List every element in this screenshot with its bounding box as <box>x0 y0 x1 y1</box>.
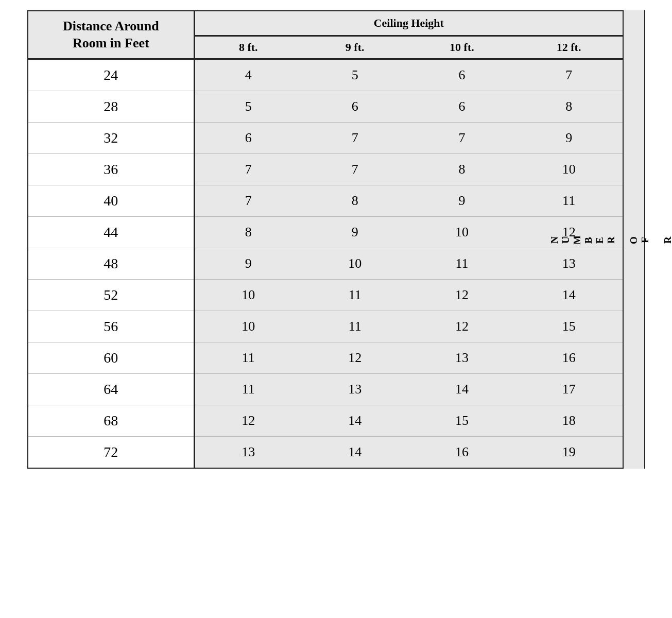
row-header-label: Distance Around Room in Feet <box>28 11 195 59</box>
table-row: 4078911 <box>28 185 623 217</box>
rolls-cell: 5 <box>195 91 302 123</box>
distance-cell: 52 <box>28 280 195 311</box>
rolls-cell: 4 <box>195 59 302 91</box>
rolls-cell: 5 <box>301 59 408 91</box>
table-row: 489101113 <box>28 248 623 280</box>
distance-cell: 44 <box>28 217 195 248</box>
distance-cell: 56 <box>28 311 195 342</box>
table-row: 3677810 <box>28 154 623 185</box>
rolls-cell: 8 <box>515 91 623 123</box>
side-label-text: N U M B E R O F R O L L S <box>549 234 673 245</box>
distance-cell: 32 <box>28 123 195 154</box>
distance-cell: 48 <box>28 248 195 280</box>
table-row: 5610111215 <box>28 311 623 342</box>
rolls-cell: 7 <box>408 123 515 154</box>
rolls-cell: 10 <box>195 280 302 311</box>
col-header-12ft: 12 ft. <box>515 36 623 59</box>
rolls-cell: 9 <box>515 123 623 154</box>
table-row: 7213141619 <box>28 437 623 468</box>
rolls-cell: 15 <box>408 405 515 437</box>
rolls-cell: 9 <box>301 217 408 248</box>
rolls-cell: 11 <box>195 374 302 405</box>
side-label: N U M B E R O F R O L L S <box>624 10 645 469</box>
rolls-cell: 8 <box>195 217 302 248</box>
rolls-cell: 10 <box>301 248 408 280</box>
rolls-cell: 6 <box>408 59 515 91</box>
col-header-8ft: 8 ft. <box>195 36 302 59</box>
distance-cell: 64 <box>28 374 195 405</box>
rolls-cell: 10 <box>408 217 515 248</box>
rolls-cell: 11 <box>408 248 515 280</box>
table-row: 285668 <box>28 91 623 123</box>
distance-cell: 24 <box>28 59 195 91</box>
distance-cell: 60 <box>28 342 195 374</box>
rolls-cell: 12 <box>195 405 302 437</box>
distance-cell: 72 <box>28 437 195 468</box>
rolls-cell: 11 <box>301 280 408 311</box>
distance-cell: 36 <box>28 154 195 185</box>
wallpaper-rolls-table: Distance Around Room in Feet Ceiling Hei… <box>28 11 623 468</box>
rolls-cell: 7 <box>195 185 302 217</box>
rolls-cell: 16 <box>515 342 623 374</box>
rolls-cell: 7 <box>515 59 623 91</box>
rolls-cell: 6 <box>195 123 302 154</box>
col-header-10ft: 10 ft. <box>408 36 515 59</box>
rolls-cell: 19 <box>515 437 623 468</box>
rolls-cell: 13 <box>195 437 302 468</box>
header-row: Distance Around Room in Feet Ceiling Hei… <box>28 11 623 36</box>
table-row: 6411131417 <box>28 374 623 405</box>
rolls-cell: 8 <box>408 154 515 185</box>
rolls-cell: 8 <box>301 185 408 217</box>
table-row: 44891012 <box>28 217 623 248</box>
distance-cell: 40 <box>28 185 195 217</box>
ceiling-height-label: Ceiling Height <box>195 11 623 36</box>
main-wrapper: Distance Around Room in Feet Ceiling Hei… <box>27 10 645 469</box>
rolls-cell: 13 <box>408 342 515 374</box>
rolls-cell: 9 <box>195 248 302 280</box>
distance-cell: 28 <box>28 91 195 123</box>
rolls-cell: 14 <box>408 374 515 405</box>
rolls-cell: 15 <box>515 311 623 342</box>
rolls-cell: 6 <box>301 91 408 123</box>
rolls-cell: 12 <box>301 342 408 374</box>
table-row: 326779 <box>28 123 623 154</box>
table-row: 6011121316 <box>28 342 623 374</box>
rolls-cell: 11 <box>301 311 408 342</box>
rolls-cell: 7 <box>301 154 408 185</box>
rolls-cell: 7 <box>195 154 302 185</box>
rolls-cell: 10 <box>515 154 623 185</box>
rolls-cell: 12 <box>408 311 515 342</box>
table-row: 244567 <box>28 59 623 91</box>
rolls-cell: 11 <box>515 185 623 217</box>
rolls-cell: 13 <box>301 374 408 405</box>
table-body: 2445672856683267793677810407891144891012… <box>28 59 623 468</box>
rolls-cell: 17 <box>515 374 623 405</box>
rolls-cell: 14 <box>301 405 408 437</box>
rolls-cell: 11 <box>195 342 302 374</box>
rolls-cell: 14 <box>515 280 623 311</box>
table-row: 6812141518 <box>28 405 623 437</box>
rolls-cell: 7 <box>301 123 408 154</box>
rolls-cell: 9 <box>408 185 515 217</box>
table-row: 5210111214 <box>28 280 623 311</box>
distance-cell: 68 <box>28 405 195 437</box>
rolls-cell: 10 <box>195 311 302 342</box>
col-header-9ft: 9 ft. <box>301 36 408 59</box>
rolls-cell: 12 <box>408 280 515 311</box>
rolls-cell: 18 <box>515 405 623 437</box>
rolls-cell: 14 <box>301 437 408 468</box>
table-container: Distance Around Room in Feet Ceiling Hei… <box>27 10 624 469</box>
rolls-cell: 6 <box>408 91 515 123</box>
rolls-cell: 13 <box>515 248 623 280</box>
rolls-cell: 16 <box>408 437 515 468</box>
